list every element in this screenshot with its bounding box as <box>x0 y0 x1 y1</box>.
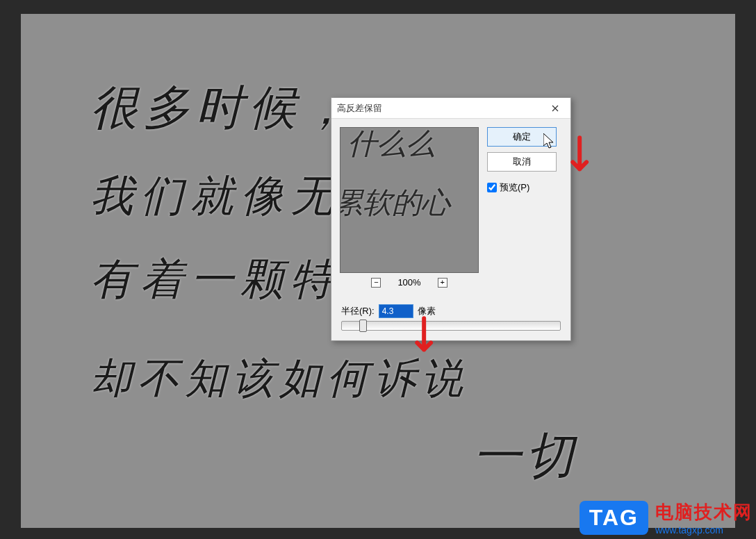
preview-checkbox[interactable] <box>487 183 497 192</box>
preview-handwriting: 累软的心 <box>340 183 450 222</box>
radius-label: 半径(R): <box>341 305 375 317</box>
watermark-badge: TAG <box>580 501 648 535</box>
radius-input[interactable] <box>379 304 413 318</box>
high-pass-dialog: 高反差保留 什么么 累软的心 − 100% + 确定 取消 预览(P) <box>331 97 571 341</box>
preview-checkbox-label: 预览(P) <box>500 181 529 194</box>
cancel-button[interactable]: 取消 <box>487 152 557 172</box>
close-button[interactable] <box>545 101 565 116</box>
watermark-url: www.tagxp.com <box>655 524 753 536</box>
watermark-title: 电脑技术网 <box>655 500 753 524</box>
dialog-title: 高反差保留 <box>337 102 382 115</box>
preview-handwriting: 什么么 <box>347 127 435 163</box>
ok-button[interactable]: 确定 <box>487 127 557 147</box>
handwriting-signature: 一切 <box>472 424 578 489</box>
radius-slider-thumb[interactable] <box>359 320 367 332</box>
radius-slider[interactable] <box>341 321 561 331</box>
zoom-out-button[interactable]: − <box>371 278 381 288</box>
zoom-level: 100% <box>397 277 420 288</box>
filter-preview[interactable]: 什么么 累软的心 <box>340 127 479 273</box>
handwriting-line: 很多时候， <box>90 76 354 140</box>
radius-unit: 像素 <box>418 305 436 317</box>
dialog-titlebar[interactable]: 高反差保留 <box>331 98 570 119</box>
close-icon <box>552 105 559 112</box>
zoom-in-button[interactable]: + <box>438 278 447 288</box>
preview-checkbox-row[interactable]: 预览(P) <box>487 181 557 194</box>
handwriting-line: 却不知该如何诉说 <box>90 351 468 407</box>
watermark: TAG 电脑技术网 www.tagxp.com <box>580 500 753 536</box>
